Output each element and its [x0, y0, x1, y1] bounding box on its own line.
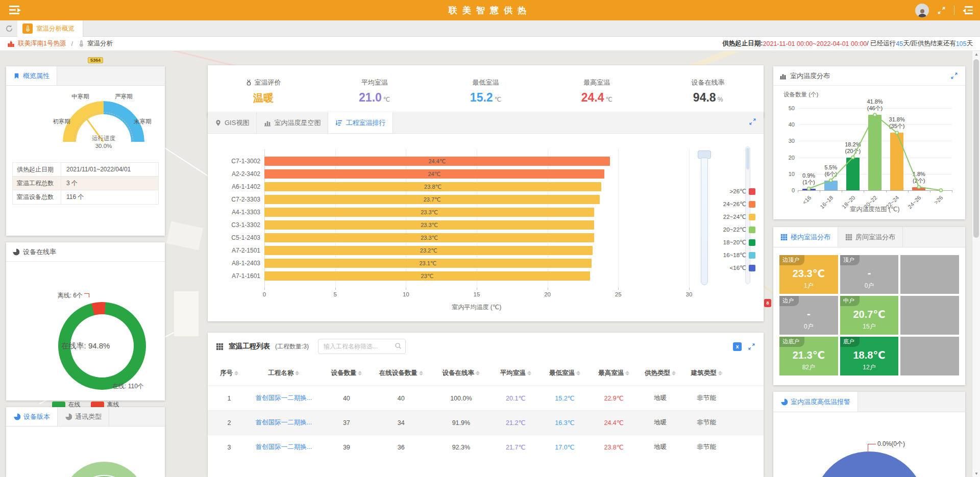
- alarm-annotation: 0.0%(0个): [877, 440, 905, 448]
- axis-tick: [930, 190, 930, 192]
- tab-project-temp-ranking[interactable]: 工程室温排行: [328, 112, 393, 133]
- project-table-card: 室温工程列表 (工程数量:3) x 序号工程名称设备数量在线设备数量设备在线率平…: [208, 333, 764, 477]
- table-cell: 39: [322, 444, 371, 451]
- pie-icon: [65, 413, 72, 420]
- tab-label: 工程室温排行: [346, 118, 385, 128]
- menu-fold-icon[interactable]: [963, 6, 973, 14]
- column-header[interactable]: 序号: [213, 369, 246, 378]
- tab-temp-alarm[interactable]: 室内温度高低温报警: [773, 392, 858, 412]
- y-tick-label: 30: [781, 138, 795, 144]
- column-header[interactable]: 建筑类型: [682, 369, 731, 378]
- ranking-bar-chart: 051015202530C7-1-300224.4℃A2-2-340224℃A6…: [208, 134, 764, 321]
- search-icon[interactable]: [395, 342, 402, 349]
- fullscreen-icon[interactable]: [937, 6, 946, 15]
- distribution-line: [798, 108, 952, 190]
- column-header[interactable]: 设备数量: [322, 369, 371, 378]
- refresh-icon[interactable]: [5, 24, 13, 33]
- column-header[interactable]: 设备在线率: [431, 369, 492, 378]
- axis-tick: [952, 190, 952, 192]
- legend-item[interactable]: 18~20℃: [716, 239, 755, 246]
- project-search-input[interactable]: [318, 339, 406, 354]
- sort-caret-icon: [295, 371, 299, 375]
- distribution-ylabel: 设备数量 (个): [783, 91, 818, 98]
- stat-value: 15.2℃: [430, 91, 542, 105]
- table-cell: 40: [322, 395, 371, 402]
- tab-room-temp[interactable]: 房间室温分布: [838, 227, 903, 247]
- info-value: 3 个: [61, 179, 78, 188]
- bar-chart-icon: [779, 72, 787, 80]
- legend-item[interactable]: 16~18℃: [716, 252, 755, 259]
- column-header[interactable]: 在线设备数量: [371, 369, 431, 378]
- axis-tick-label: 5: [325, 291, 346, 297]
- table-row: 1首创国际一二期换...4040100.0%20.1℃15.2℃22.9℃地暖非…: [208, 386, 764, 410]
- legend-swatch: [749, 227, 755, 233]
- table-cell: 非节能: [682, 443, 731, 451]
- column-header[interactable]: 平均室温: [491, 369, 540, 378]
- scrollbar-thumb[interactable]: [973, 59, 979, 238]
- tab-label: GIS视图: [225, 118, 249, 128]
- legend-item[interactable]: 22~24℃: [716, 213, 755, 220]
- tab-label: 楼内室温分布: [791, 233, 830, 242]
- breadcrumb-station-link[interactable]: 联美浑南1号热源: [18, 39, 66, 48]
- stat-item: 最高室温24.4℃: [541, 78, 652, 105]
- stat-value-number: 温暖: [253, 92, 274, 104]
- tab-label: 室内温度星空图: [274, 118, 321, 128]
- gridline: [689, 149, 690, 288]
- legend-item[interactable]: 24~26℃: [716, 200, 755, 208]
- tab-temp-starmap[interactable]: 室内温度星空图: [257, 112, 328, 133]
- tab-device-version[interactable]: 设备版本: [6, 407, 58, 426]
- building-cell: [900, 337, 959, 375]
- table-title: 室温工程列表: [229, 342, 270, 351]
- expand-icon[interactable]: [749, 118, 756, 125]
- temp-bar: 23℃: [264, 271, 590, 281]
- column-header[interactable]: 最高室温: [590, 369, 639, 378]
- table-cell: 非节能: [682, 394, 731, 403]
- bar-category-label: A7-1-1601: [216, 272, 260, 280]
- project-name-link[interactable]: 首创国际一二期换...: [246, 443, 322, 451]
- map-block: [174, 291, 199, 337]
- page-tab-bar: 室温分析概览: [0, 20, 980, 37]
- expand-icon[interactable]: [748, 343, 755, 350]
- project-name-link[interactable]: 首创国际一二期换...: [246, 394, 322, 403]
- stat-unit: ℃: [495, 96, 501, 103]
- temp-alarm-panel: 室内温度高低温报警 0.0%(0个): [773, 392, 965, 477]
- column-header[interactable]: 供热类型: [639, 369, 682, 378]
- tab-gis-view[interactable]: GIS视图: [208, 112, 257, 133]
- axis-tick: [908, 190, 909, 192]
- breadcrumb-separator: /: [71, 40, 72, 47]
- project-name-link[interactable]: 首创国际一二期换...: [246, 418, 322, 427]
- axis-tick: [477, 288, 477, 290]
- distribution-chart: 01020304050<160.9%(1个)16~185.5%(6个)18~20…: [798, 108, 952, 190]
- online-rate-title: 设备在线率: [23, 247, 56, 257]
- user-avatar[interactable]: [915, 4, 929, 17]
- tab-building-temp[interactable]: 楼内室温分布: [773, 227, 838, 247]
- column-header[interactable]: 工程名称: [246, 369, 322, 378]
- bar-category-label: A2-2-3402: [216, 170, 260, 178]
- stat-value: 24.4℃: [541, 91, 652, 105]
- tab-overview-props[interactable]: 概览属性: [6, 66, 57, 85]
- axis-tick-label: 10: [396, 291, 416, 297]
- scroll-up-arrow[interactable]: ▲: [972, 52, 980, 57]
- device-version-panel: 设备版本通讯类型: [6, 407, 165, 477]
- scroll-down-arrow[interactable]: ▼: [972, 471, 980, 476]
- table-cell: 21.7℃: [491, 443, 540, 451]
- export-excel-icon[interactable]: x: [733, 342, 742, 351]
- cell-temp-value: -: [840, 267, 899, 279]
- legend-item[interactable]: 20~22℃: [716, 226, 755, 233]
- bar-category-label: A7-2-1501: [216, 247, 260, 254]
- column-header[interactable]: 最低室温: [540, 369, 589, 378]
- bar-category-label: A8-1-2403: [216, 260, 260, 267]
- gridline: [618, 149, 619, 288]
- gauge-progress-value: 30.0%: [63, 143, 144, 149]
- tab-comm-type[interactable]: 通讯类型: [58, 407, 109, 426]
- expand-icon[interactable]: [950, 72, 958, 80]
- column-header-label: 平均室温: [500, 369, 526, 378]
- overview-info-row: 室温工程总数3 个: [13, 177, 158, 190]
- page-tab-active[interactable]: 室温分析概览: [17, 20, 83, 37]
- dashboard-screen: 联美智慧供热 室温分析概览 联美浑南1号热源 /: [0, 0, 980, 477]
- sort-caret-icon: [527, 371, 531, 375]
- legend-item[interactable]: <16℃: [716, 264, 755, 271]
- stat-label: 设备在线率: [652, 78, 764, 87]
- legend-item[interactable]: >26℃: [716, 188, 755, 195]
- y-tick-label: 20: [781, 155, 795, 161]
